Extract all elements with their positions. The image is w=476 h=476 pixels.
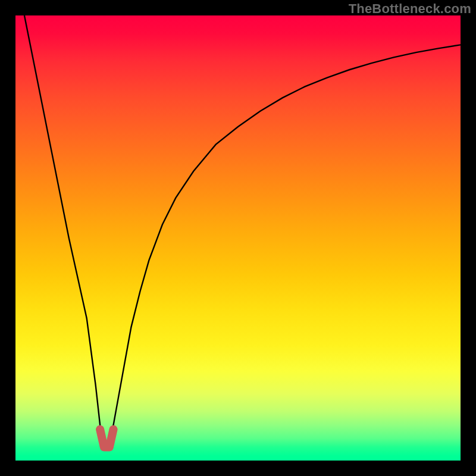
bottleneck-curve: [15, 15, 461, 461]
watermark-text: TheBottleneck.com: [349, 1, 471, 17]
chart-frame: TheBottleneck.com: [0, 0, 476, 476]
plot-area: [15, 15, 461, 461]
